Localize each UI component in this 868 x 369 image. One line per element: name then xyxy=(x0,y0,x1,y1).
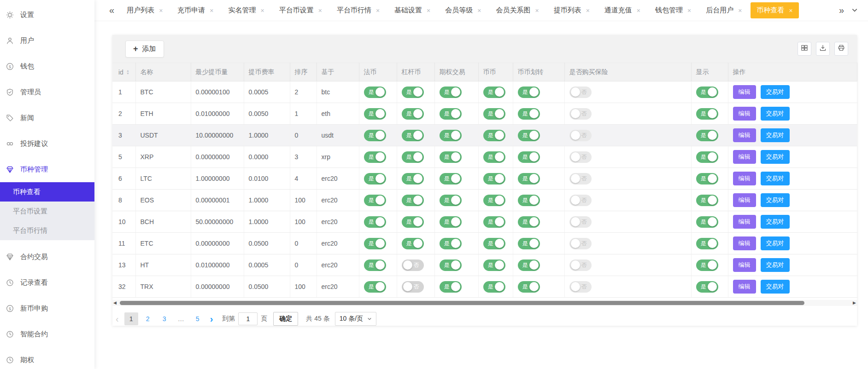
transfer-toggle[interactable]: 是 xyxy=(518,130,540,141)
option-toggle[interactable]: 是 xyxy=(440,86,462,98)
edit-button[interactable]: 编辑 xyxy=(733,107,756,121)
tab-平台币设置[interactable]: 平台币设置× xyxy=(273,2,328,18)
trade-pair-button[interactable]: 交易对 xyxy=(761,172,790,185)
scroll-right-arrow-icon[interactable]: ▶ xyxy=(853,300,856,306)
insurance-toggle[interactable]: 否 xyxy=(569,281,592,293)
insurance-toggle[interactable]: 否 xyxy=(569,195,592,206)
leverage-toggle[interactable]: 是 xyxy=(402,216,424,228)
leverage-toggle[interactable]: 是 xyxy=(402,151,424,163)
tab-通道充值[interactable]: 通道充值× xyxy=(598,2,646,18)
fiat-toggle[interactable]: 是 xyxy=(364,216,386,228)
fiat-toggle[interactable]: 是 xyxy=(364,259,386,271)
export-button[interactable] xyxy=(816,42,830,56)
insurance-toggle[interactable]: 否 xyxy=(569,86,592,98)
transfer-toggle[interactable]: 是 xyxy=(518,281,540,293)
insurance-toggle[interactable]: 否 xyxy=(569,216,592,228)
sidebar-item-设置[interactable]: 设置 xyxy=(0,2,94,28)
edit-button[interactable]: 编辑 xyxy=(733,128,756,142)
transfer-toggle[interactable]: 是 xyxy=(518,173,540,184)
edit-button[interactable]: 编辑 xyxy=(733,236,756,250)
coin-toggle[interactable]: 是 xyxy=(483,259,505,271)
sidebar-item-用户[interactable]: 用户 xyxy=(0,28,94,53)
fiat-toggle[interactable]: 是 xyxy=(364,151,386,163)
option-toggle[interactable]: 是 xyxy=(440,151,462,163)
tab-options-chevron-icon[interactable] xyxy=(848,5,862,16)
sidebar-item-钱包[interactable]: $钱包 xyxy=(0,53,94,79)
leverage-toggle[interactable]: 是 xyxy=(402,130,424,141)
insurance-toggle[interactable]: 否 xyxy=(569,259,592,271)
sidebar-item-新闻[interactable]: 新闻 xyxy=(0,105,94,131)
show-toggle[interactable]: 是 xyxy=(696,130,718,141)
tab-close-icon[interactable]: × xyxy=(318,7,322,14)
transfer-toggle[interactable]: 是 xyxy=(518,151,540,163)
tab-提币列表[interactable]: 提币列表× xyxy=(548,2,596,18)
tab-基础设置[interactable]: 基础设置× xyxy=(388,2,436,18)
tab-close-icon[interactable]: × xyxy=(637,7,640,14)
option-toggle[interactable]: 是 xyxy=(440,259,462,271)
coin-toggle[interactable]: 是 xyxy=(483,238,505,249)
page-number-1[interactable]: 1 xyxy=(124,312,138,325)
tab-币种查看[interactable]: 币种查看× xyxy=(751,2,798,18)
tab-后台用户[interactable]: 后台用户× xyxy=(700,2,748,18)
option-toggle[interactable]: 是 xyxy=(440,130,462,141)
trade-pair-button[interactable]: 交易对 xyxy=(761,236,790,250)
fiat-toggle[interactable]: 是 xyxy=(364,108,386,120)
print-button[interactable] xyxy=(834,42,848,56)
tab-用户列表[interactable]: 用户列表× xyxy=(121,2,169,18)
edit-button[interactable]: 编辑 xyxy=(733,85,756,99)
fiat-toggle[interactable]: 是 xyxy=(364,173,386,184)
transfer-toggle[interactable]: 是 xyxy=(518,108,540,120)
confirm-button[interactable]: 确定 xyxy=(273,312,298,326)
coin-toggle[interactable]: 是 xyxy=(483,86,505,98)
trade-pair-button[interactable]: 交易对 xyxy=(761,128,790,142)
tab-会员关系图[interactable]: 会员关系图× xyxy=(490,2,545,18)
scroll-tabs-right-icon[interactable]: » xyxy=(835,5,848,16)
insurance-toggle[interactable]: 否 xyxy=(569,108,592,120)
option-toggle[interactable]: 是 xyxy=(440,195,462,206)
add-button[interactable]: + 添加 xyxy=(125,40,164,58)
tab-close-icon[interactable]: × xyxy=(477,7,481,14)
edit-button[interactable]: 编辑 xyxy=(733,258,756,272)
edit-button[interactable]: 编辑 xyxy=(733,172,756,185)
transfer-toggle[interactable]: 是 xyxy=(518,195,540,206)
show-toggle[interactable]: 是 xyxy=(696,238,718,249)
show-toggle[interactable]: 是 xyxy=(696,195,718,206)
tab-close-icon[interactable]: × xyxy=(738,7,742,14)
leverage-toggle[interactable]: 否 xyxy=(402,281,424,293)
transfer-toggle[interactable]: 是 xyxy=(518,238,540,249)
option-toggle[interactable]: 是 xyxy=(440,173,462,184)
tab-平台币行情[interactable]: 平台币行情× xyxy=(331,2,386,18)
scroll-tabs-left-icon[interactable]: « xyxy=(106,5,118,16)
trade-pair-button[interactable]: 交易对 xyxy=(761,107,790,121)
option-toggle[interactable]: 是 xyxy=(440,281,462,293)
fiat-toggle[interactable]: 是 xyxy=(364,238,386,249)
page-number-2[interactable]: 2 xyxy=(141,312,155,325)
page-number-3[interactable]: 3 xyxy=(158,312,171,325)
tab-close-icon[interactable]: × xyxy=(261,7,264,14)
sidebar-item-币种管理[interactable]: 币种管理 xyxy=(0,156,94,182)
scroll-left-arrow-icon[interactable]: ◀ xyxy=(113,300,117,306)
coin-toggle[interactable]: 是 xyxy=(483,130,505,141)
option-toggle[interactable]: 是 xyxy=(440,216,462,228)
leverage-toggle[interactable]: 是 xyxy=(402,108,424,120)
show-toggle[interactable]: 是 xyxy=(696,281,718,293)
sidebar-item-合约交易[interactable]: 合约交易 xyxy=(0,244,94,270)
sidebar-item-新币申购[interactable]: $新币申购 xyxy=(0,295,94,321)
scrollbar-thumb[interactable] xyxy=(120,301,804,305)
tab-close-icon[interactable]: × xyxy=(535,7,539,14)
sort-icon[interactable]: ▲▼ xyxy=(126,69,129,75)
leverage-toggle[interactable]: 否 xyxy=(402,259,424,271)
show-toggle[interactable]: 是 xyxy=(696,86,718,98)
coin-toggle[interactable]: 是 xyxy=(483,108,505,120)
page-number-5[interactable]: 5 xyxy=(191,312,205,325)
tab-close-icon[interactable]: × xyxy=(427,7,430,14)
fiat-toggle[interactable]: 是 xyxy=(364,130,386,141)
leverage-toggle[interactable]: 是 xyxy=(402,173,424,184)
sidebar-subitem-币种查看[interactable]: 币种查看 xyxy=(0,182,94,202)
trade-pair-button[interactable]: 交易对 xyxy=(761,85,790,99)
show-toggle[interactable]: 是 xyxy=(696,173,718,184)
tab-close-icon[interactable]: × xyxy=(789,7,792,14)
transfer-toggle[interactable]: 是 xyxy=(518,86,540,98)
fiat-toggle[interactable]: 是 xyxy=(364,86,386,98)
sidebar-subitem-平台币设置[interactable]: 平台币设置 xyxy=(0,202,94,221)
